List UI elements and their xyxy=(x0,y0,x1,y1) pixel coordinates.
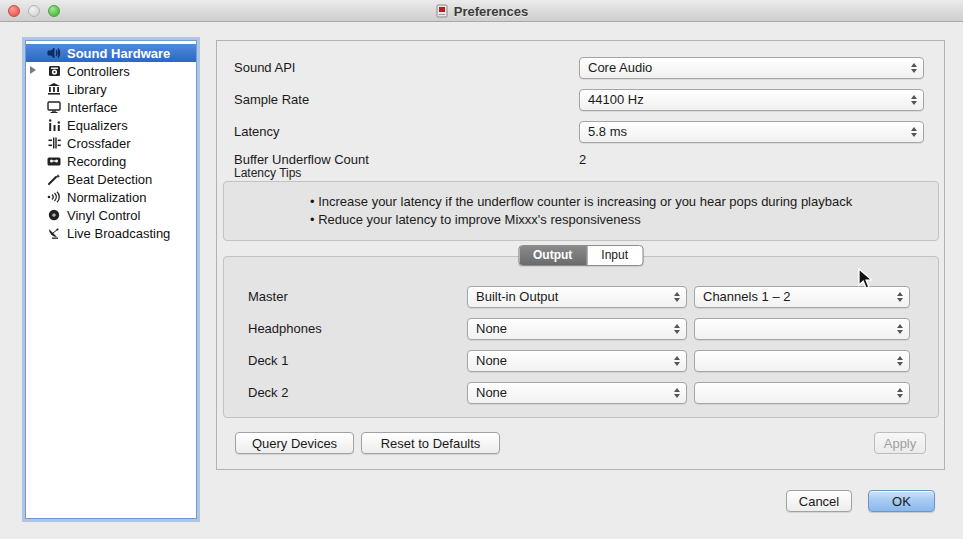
sound-api-value: Core Audio xyxy=(588,58,905,78)
sample-rate-row: Sample Rate 44100 Hz xyxy=(217,89,944,111)
preferences-proxy-icon xyxy=(435,4,449,18)
stepper-arrows-icon xyxy=(668,351,686,371)
sidebar-item-label: Recording xyxy=(67,154,126,169)
disclosure-triangle-icon[interactable] xyxy=(30,66,36,74)
master-device-value: Built-in Output xyxy=(476,287,668,307)
output-group-box: Master Built-in Output Channels 1 – 2 He… xyxy=(223,256,939,418)
stepper-arrows-icon xyxy=(905,90,923,110)
latency-tip-1: Increase your latency if the underflow c… xyxy=(310,193,852,211)
equalizer-bars-icon xyxy=(46,118,62,132)
stepper-arrows-icon xyxy=(891,319,909,339)
tab-input[interactable]: Input xyxy=(587,246,642,265)
stepper-arrows-icon xyxy=(905,122,923,142)
headphones-channel-select[interactable] xyxy=(694,318,910,340)
sound-waves-icon xyxy=(46,190,62,204)
sidebar-item-beat-detection[interactable]: Beat Detection xyxy=(26,170,196,188)
stepper-arrows-icon xyxy=(905,58,923,78)
sound-api-row: Sound API Core Audio xyxy=(217,57,944,79)
sidebar-item-normalization[interactable]: Normalization xyxy=(26,188,196,206)
wand-icon xyxy=(46,172,62,186)
sidebar-item-interface[interactable]: Interface xyxy=(26,98,196,116)
deck1-device-value: None xyxy=(476,351,668,371)
sidebar-item-label: Equalizers xyxy=(67,118,128,133)
deck1-channel-select[interactable] xyxy=(694,350,910,372)
sidebar-item-label: Live Broadcasting xyxy=(67,226,170,241)
latency-tips-label: Latency Tips xyxy=(234,166,301,180)
satellite-dish-icon xyxy=(46,226,62,240)
reset-to-defaults-button[interactable]: Reset to Defaults xyxy=(361,432,500,454)
stepper-arrows-icon xyxy=(668,319,686,339)
sidebar-item-vinyl-control[interactable]: Vinyl Control xyxy=(26,206,196,224)
latency-label: Latency xyxy=(234,121,280,143)
controller-icon xyxy=(46,64,62,78)
sidebar-item-label: Library xyxy=(67,82,107,97)
stepper-arrows-icon xyxy=(668,383,686,403)
vinyl-disc-icon xyxy=(46,208,62,222)
stepper-arrows-icon xyxy=(891,351,909,371)
stepper-arrows-icon xyxy=(891,383,909,403)
deck1-device-select[interactable]: None xyxy=(467,350,687,372)
cassette-icon xyxy=(46,154,62,168)
stepper-arrows-icon xyxy=(668,287,686,307)
library-icon xyxy=(46,82,62,96)
buffer-underflow-row: Buffer Underflow Count 2 xyxy=(217,149,944,171)
master-row: Master Built-in Output Channels 1 – 2 xyxy=(224,286,938,308)
sidebar-item-label: Beat Detection xyxy=(67,172,152,187)
headphones-device-value: None xyxy=(476,319,668,339)
deck2-device-select[interactable]: None xyxy=(467,382,687,404)
sidebar-item-recording[interactable]: Recording xyxy=(26,152,196,170)
sidebar-item-label: Vinyl Control xyxy=(67,208,140,223)
stepper-arrows-icon xyxy=(891,287,909,307)
headphones-device-select[interactable]: None xyxy=(467,318,687,340)
tab-output[interactable]: Output xyxy=(519,246,587,265)
buffer-underflow-value: 2 xyxy=(579,149,586,171)
sidebar-item-label: Crossfader xyxy=(67,136,131,151)
crossfader-icon xyxy=(46,136,62,150)
speaker-icon xyxy=(46,46,62,60)
master-device-select[interactable]: Built-in Output xyxy=(467,286,687,308)
sidebar-item-library[interactable]: Library xyxy=(26,80,196,98)
sidebar-item-label: Interface xyxy=(67,100,118,115)
sound-hardware-panel: Sound API Core Audio Sample Rate 44100 H… xyxy=(216,40,945,470)
sidebar-item-controllers[interactable]: Controllers xyxy=(26,62,196,80)
latency-tip-2: Reduce your latency to improve Mixxx's r… xyxy=(310,211,852,229)
deck1-row: Deck 1 None xyxy=(224,350,938,372)
sample-rate-value: 44100 Hz xyxy=(588,90,905,110)
ok-button[interactable]: OK xyxy=(868,490,935,512)
window-title: Preferences xyxy=(454,4,528,19)
sidebar-item-equalizers[interactable]: Equalizers xyxy=(26,116,196,134)
query-devices-button[interactable]: Query Devices xyxy=(235,432,354,454)
deck2-device-value: None xyxy=(476,383,668,403)
sound-api-select[interactable]: Core Audio xyxy=(579,57,924,79)
deck1-label: Deck 1 xyxy=(248,350,288,372)
io-tab-bar: Output Input xyxy=(518,245,643,266)
latency-select[interactable]: 5.8 ms xyxy=(579,121,924,143)
cancel-button[interactable]: Cancel xyxy=(786,490,852,512)
sidebar-item-crossfader[interactable]: Crossfader xyxy=(26,134,196,152)
master-channel-value: Channels 1 – 2 xyxy=(703,287,891,307)
sidebar-item-sound-hardware[interactable]: Sound Hardware xyxy=(26,44,196,62)
headphones-row: Headphones None xyxy=(224,318,938,340)
sidebar-item-label: Normalization xyxy=(67,190,146,205)
sample-rate-select[interactable]: 44100 Hz xyxy=(579,89,924,111)
latency-tips-box: Increase your latency if the underflow c… xyxy=(223,181,939,241)
master-label: Master xyxy=(248,286,288,308)
sidebar-item-live-broadcasting[interactable]: Live Broadcasting xyxy=(26,224,196,242)
headphones-label: Headphones xyxy=(248,318,322,340)
latency-row: Latency 5.8 ms xyxy=(217,121,944,143)
sidebar-item-label: Controllers xyxy=(67,64,130,79)
deck2-row: Deck 2 None xyxy=(224,382,938,404)
sample-rate-label: Sample Rate xyxy=(234,89,309,111)
sound-api-label: Sound API xyxy=(234,57,295,79)
master-channel-select[interactable]: Channels 1 – 2 xyxy=(694,286,910,308)
deck2-channel-select[interactable] xyxy=(694,382,910,404)
latency-value: 5.8 ms xyxy=(588,122,905,142)
monitor-icon xyxy=(46,100,62,114)
apply-button[interactable]: Apply xyxy=(874,432,926,454)
title-bar: Preferences xyxy=(0,0,963,22)
deck2-label: Deck 2 xyxy=(248,382,288,404)
preferences-window: { "window": { "title": "Preferences" }, … xyxy=(0,0,963,539)
preferences-sidebar: Sound Hardware Controllers Library Inter… xyxy=(25,40,197,519)
sidebar-item-label: Sound Hardware xyxy=(67,46,170,61)
